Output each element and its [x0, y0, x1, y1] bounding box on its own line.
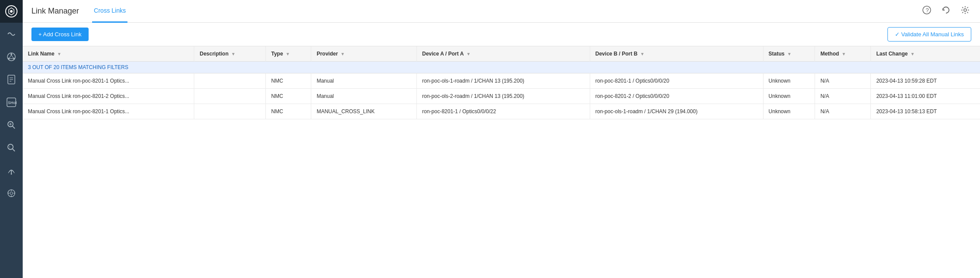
svg-point-5 — [13, 58, 15, 59]
table-row[interactable]: Manual Cross Link ron-poc-8201-1 Optics.… — [23, 73, 980, 89]
row-0-col-2: NMC — [266, 73, 311, 89]
table-row[interactable]: Manual Cross Link ron-poc-8201-2 Optics.… — [23, 89, 980, 104]
svg-line-20 — [13, 149, 15, 152]
col-header-method: Method ▼ — [815, 46, 871, 62]
cross-links-table: Link Name ▼ Description ▼ Type ▼ — [23, 46, 980, 119]
row-1-col-5: ron-poc-8201-2 / Optics0/0/0/20 — [590, 89, 763, 104]
row-1-col-1 — [194, 89, 266, 104]
svg-text:!: ! — [9, 145, 10, 149]
col-header-last-change: Last Change ▼ — [871, 46, 980, 62]
filter-icon-provider[interactable]: ▼ — [340, 52, 345, 56]
filter-summary-text: 3 OUT OF 20 ITEMS MATCHING FILTERS — [23, 62, 980, 73]
svg-line-6 — [10, 55, 12, 58]
svg-point-19 — [8, 144, 13, 149]
header-tabs: Cross Links — [92, 0, 921, 23]
row-1-col-0: Manual Cross Link ron-poc-8201-2 Optics.… — [23, 89, 194, 104]
row-2-col-3: MANUAL_CROSS_LINK — [311, 104, 417, 119]
row-0-col-3: Manual — [311, 73, 417, 89]
validate-all-button[interactable]: ✓ Validate All Manual Links — [887, 27, 971, 42]
row-2-col-4: ron-poc-8201-1 / Optics0/0/0/22 — [416, 104, 590, 119]
row-0-col-5: ron-poc-8201-1 / Optics0/0/0/20 — [590, 73, 763, 89]
sidebar-item-analytics[interactable] — [0, 23, 23, 45]
sidebar-item-shql[interactable]: SHoL — [0, 91, 23, 114]
header-actions: ? — [921, 4, 971, 18]
row-2-col-1 — [194, 104, 266, 119]
col-header-device-a-port-a: Device A / Port A ▼ — [416, 46, 590, 62]
row-1-col-7: N/A — [815, 89, 871, 104]
main-content: Link Manager Cross Links ? — [23, 0, 980, 278]
filter-icon-description[interactable]: ▼ — [231, 52, 236, 56]
help-button[interactable]: ? — [921, 4, 933, 18]
refresh-button[interactable] — [940, 4, 952, 18]
row-2-col-8: 2023-04-13 10:58:13 EDT — [871, 104, 980, 119]
table-header-row: Link Name ▼ Description ▼ Type ▼ — [23, 46, 980, 62]
toolbar: + Add Cross Link ✓ Validate All Manual L… — [23, 23, 980, 46]
row-0-col-4: ron-poc-ols-1-roadm / 1/CHAN 13 (195.200… — [416, 73, 590, 89]
filter-icon-status[interactable]: ▼ — [787, 52, 791, 56]
sidebar-item-alert-search[interactable]: ! — [0, 136, 23, 159]
sidebar-item-topology[interactable] — [0, 45, 23, 68]
table-row[interactable]: Manual Cross Link ron-poc-8201-1 Optics.… — [23, 104, 980, 119]
row-2-col-7: N/A — [815, 104, 871, 119]
sidebar-logo[interactable] — [0, 0, 23, 23]
row-1-col-8: 2023-04-13 11:01:00 EDT — [871, 89, 980, 104]
svg-text:?: ? — [926, 7, 929, 14]
row-2-col-5: ron-poc-ols-1-roadm / 1/CHAN 29 (194.000… — [590, 104, 763, 119]
svg-point-23 — [11, 174, 12, 175]
tab-cross-links[interactable]: Cross Links — [92, 0, 127, 23]
row-1-col-3: Manual — [311, 89, 417, 104]
sidebar-item-antenna[interactable] — [0, 159, 23, 182]
row-1-col-2: NMC — [266, 89, 311, 104]
row-0-col-8: 2023-04-13 10:59:28 EDT — [871, 73, 980, 89]
row-0-col-1 — [194, 73, 266, 89]
svg-point-1 — [10, 10, 13, 13]
row-1-col-6: Unknown — [763, 89, 815, 104]
settings-button[interactable] — [959, 4, 971, 18]
svg-point-25 — [10, 192, 13, 195]
sidebar-item-document[interactable] — [0, 68, 23, 91]
table-body: Manual Cross Link ron-poc-8201-1 Optics.… — [23, 73, 980, 119]
sidebar-item-gear-badge[interactable] — [0, 182, 23, 205]
svg-text:SHoL: SHoL — [8, 101, 17, 105]
row-2-col-0: Manual Cross Link ron-poc-8201-1 Optics.… — [23, 104, 194, 119]
row-1-col-4: ron-poc-ols-2-roadm / 1/CHAN 13 (195.200… — [416, 89, 590, 104]
table-container: Link Name ▼ Description ▼ Type ▼ — [23, 46, 980, 278]
col-header-link-name: Link Name ▼ — [23, 46, 194, 62]
filter-icon-type[interactable]: ▼ — [285, 52, 290, 56]
svg-point-4 — [8, 58, 10, 59]
svg-line-16 — [13, 126, 15, 129]
svg-line-7 — [11, 55, 14, 58]
page-title: Link Manager — [31, 7, 79, 16]
col-header-provider: Provider ▼ — [311, 46, 417, 62]
sidebar: SHoL ! — [0, 0, 23, 278]
row-2-col-6: Unknown — [763, 104, 815, 119]
add-cross-link-button[interactable]: + Add Cross Link — [31, 28, 89, 41]
svg-point-32 — [964, 9, 966, 11]
filter-summary-row: 3 OUT OF 20 ITEMS MATCHING FILTERS — [23, 62, 980, 73]
col-header-status: Status ▼ — [763, 46, 815, 62]
header: Link Manager Cross Links ? — [23, 0, 980, 23]
filter-icon-link-name[interactable]: ▼ — [57, 52, 62, 56]
row-0-col-6: Unknown — [763, 73, 815, 89]
row-0-col-7: N/A — [815, 73, 871, 89]
col-header-description: Description ▼ — [194, 46, 266, 62]
filter-icon-last-change[interactable]: ▼ — [910, 52, 915, 56]
svg-point-3 — [10, 53, 12, 55]
sidebar-item-search[interactable] — [0, 114, 23, 136]
row-2-col-2: NMC — [266, 104, 311, 119]
col-header-device-b-port-b: Device B / Port B ▼ — [590, 46, 763, 62]
row-0-col-0: Manual Cross Link ron-poc-8201-1 Optics.… — [23, 73, 194, 89]
col-header-type: Type ▼ — [266, 46, 311, 62]
filter-icon-device-b[interactable]: ▼ — [640, 52, 644, 56]
filter-icon-method[interactable]: ▼ — [842, 52, 846, 56]
filter-icon-device-a[interactable]: ▼ — [466, 52, 471, 56]
